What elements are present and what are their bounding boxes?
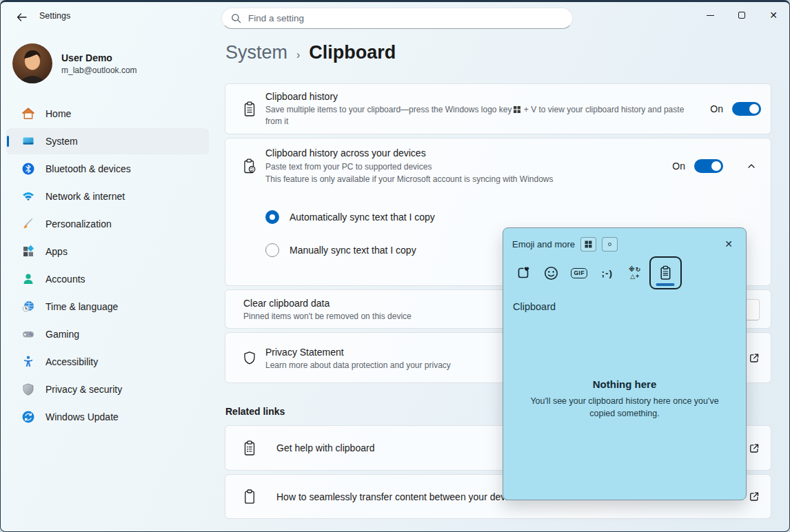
personalization-icon <box>21 217 35 231</box>
kaomoji-icon: ;-) <box>602 268 614 278</box>
page-title: Clipboard <box>309 42 396 63</box>
sidebar-item-label: Network & internet <box>45 191 125 202</box>
popup-section-label: Clipboard <box>503 289 746 312</box>
app-title: Settings <box>39 11 70 21</box>
search-icon <box>231 13 241 23</box>
accessibility-icon <box>21 355 35 369</box>
gif-icon: GIF <box>571 268 587 278</box>
card-note: This feature is only available if your M… <box>265 174 661 185</box>
sidebar-item-label: Accessibility <box>45 356 98 367</box>
clipboard-sync-icon <box>234 158 265 174</box>
breadcrumb-system[interactable]: System <box>225 42 287 63</box>
clipboard-history-toggle[interactable] <box>732 102 761 116</box>
smiley-icon <box>543 265 559 281</box>
selected-indicator <box>7 136 9 147</box>
user-name: User Demo <box>61 52 137 63</box>
sidebar-item-label: Time & language <box>45 301 118 312</box>
back-button[interactable] <box>12 8 31 26</box>
tab-symbols[interactable]: ※↻ △+ <box>621 257 649 289</box>
shield-icon <box>234 351 265 366</box>
sidebar-item-label: Bluetooth & devices <box>45 163 131 174</box>
time-language-icon <box>21 300 35 314</box>
titlebar: Settings ✕ <box>1 2 789 32</box>
clipboard-empty-state: Nothing here You'll see your clipboard h… <box>503 378 746 420</box>
breadcrumb: System › Clipboard <box>225 42 771 70</box>
toggle-state-label: On <box>710 103 723 114</box>
clipboard-sync-toggle[interactable] <box>694 159 723 173</box>
close-button[interactable]: ✕ <box>758 2 789 28</box>
empty-state-description: You'll see your clipboard history here o… <box>518 395 731 420</box>
sidebar-item-label: Privacy & security <box>45 384 122 395</box>
system-icon <box>21 134 35 148</box>
heart-box-icon <box>515 265 531 281</box>
clipboard-icon <box>234 489 265 504</box>
sidebar-item-privacy-security[interactable]: Privacy & security <box>7 377 208 402</box>
avatar <box>12 43 52 83</box>
close-icon: ✕ <box>769 10 778 20</box>
external-link-icon[interactable] <box>747 351 760 365</box>
network-icon <box>21 190 35 203</box>
sidebar-item-bluetooth-devices[interactable]: Bluetooth & devices <box>7 156 208 181</box>
search-input[interactable] <box>248 13 538 23</box>
windows-update-icon <box>21 410 35 424</box>
sidebar-item-accessibility[interactable]: Accessibility <box>7 349 208 374</box>
tab-most-recently-used[interactable] <box>509 257 538 289</box>
toggle-state-label: On <box>672 161 685 172</box>
breadcrumb-separator: › <box>296 49 300 61</box>
sidebar-item-system[interactable]: System <box>7 129 208 154</box>
back-arrow-icon <box>16 12 28 23</box>
radio-selected-icon <box>265 210 279 224</box>
sidebar-item-home[interactable]: Home <box>7 101 208 126</box>
tab-kaomoji[interactable]: ;-) <box>594 257 622 289</box>
maximize-button[interactable] <box>726 2 758 28</box>
sidebar-item-personalization[interactable]: Personalization <box>7 212 208 236</box>
tab-emoji[interactable] <box>538 257 566 289</box>
windows-key-icon <box>580 237 596 252</box>
card-description: Paste text from your PC to supported dev… <box>265 161 661 172</box>
sidebar-item-label: Apps <box>45 246 68 257</box>
sidebar-item-label: Home <box>45 108 71 119</box>
accounts-icon <box>21 272 35 286</box>
privacy-security-icon <box>21 382 35 396</box>
clipboard-icon <box>659 265 672 281</box>
sidebar-item-apps[interactable]: Apps <box>7 239 208 264</box>
maximize-icon <box>738 12 745 19</box>
sidebar-item-gaming[interactable]: Gaming <box>7 322 208 347</box>
sidebar: User Demo m_lab@outlook.com Home System … <box>1 32 214 531</box>
search-box[interactable] <box>221 8 573 29</box>
gaming-icon <box>21 327 35 341</box>
minimize-button[interactable] <box>694 2 726 28</box>
card-title: Clipboard history across your devices <box>265 147 661 158</box>
popup-tabs: GIF ;-) ※↻ △+ <box>503 252 746 289</box>
user-profile[interactable]: User Demo m_lab@outlook.com <box>1 32 214 83</box>
radio-unselected-icon <box>265 243 279 257</box>
external-link-icon[interactable] <box>747 441 760 455</box>
sidebar-item-label: Accounts <box>45 274 85 285</box>
sidebar-item-label: Windows Update <box>45 411 119 422</box>
settings-window: Settings ✕ User Demo m_lab@outlook.com H… <box>0 0 790 532</box>
popup-title: Emoji and more <box>512 239 575 249</box>
bluetooth-icon <box>21 162 35 176</box>
sidebar-nav: Home System Bluetooth & devices Network … <box>1 101 214 429</box>
card-description: Save multiple items to your clipboard—pr… <box>265 104 699 127</box>
sidebar-item-label: System <box>45 136 78 147</box>
sidebar-item-network-internet[interactable]: Network & internet <box>7 184 208 209</box>
period-key-icon <box>602 237 618 252</box>
tab-gif[interactable]: GIF <box>565 257 594 289</box>
popup-header: Emoji and more ✕ <box>503 228 746 252</box>
symbols-icon: ※↻ △+ <box>629 266 641 280</box>
emoji-and-more-popup: Emoji and more ✕ GIF ;-) ※↻ <box>503 227 747 500</box>
apps-icon <box>21 245 35 258</box>
clipboard-list-icon <box>234 440 265 456</box>
clipboard-sync-header[interactable]: Clipboard history across your devices Pa… <box>225 139 771 194</box>
sidebar-item-label: Personalization <box>45 218 112 229</box>
external-link-icon[interactable] <box>747 490 760 504</box>
popup-close-button[interactable]: ✕ <box>720 236 738 252</box>
sidebar-item-label: Gaming <box>45 329 79 340</box>
window-controls: ✕ <box>694 2 789 28</box>
sidebar-item-windows-update[interactable]: Windows Update <box>7 405 208 429</box>
sidebar-item-accounts[interactable]: Accounts <box>7 267 208 291</box>
tab-clipboard[interactable] <box>649 256 682 289</box>
sidebar-item-time-language[interactable]: Time & language <box>7 294 208 319</box>
collapse-expander-button[interactable] <box>742 156 761 176</box>
